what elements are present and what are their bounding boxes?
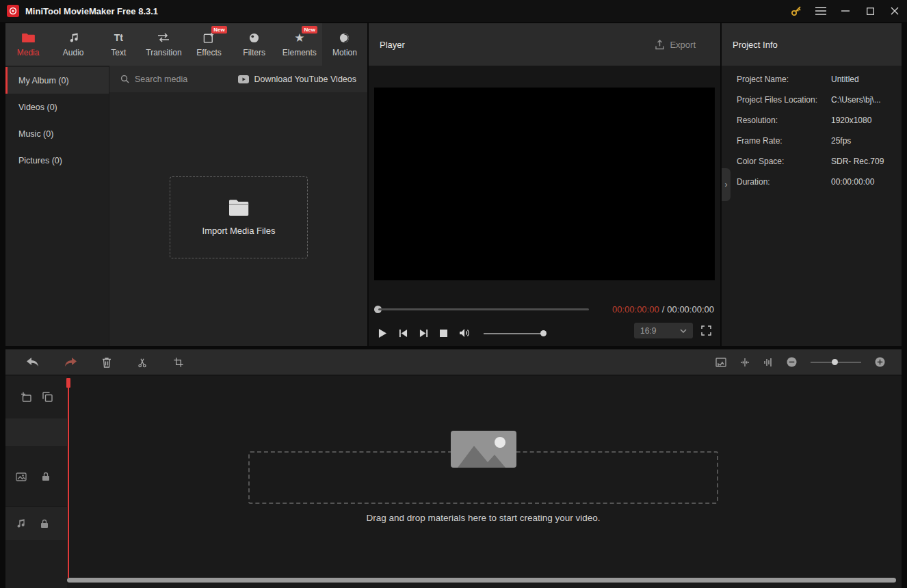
drop-hint-text: Drag and drop materials here to start cr…	[248, 513, 718, 523]
player-panel: Player Export 00:00:00:00/00:00:00:00	[369, 23, 720, 346]
youtube-icon	[238, 75, 249, 83]
playhead[interactable]	[68, 378, 69, 578]
volume-slider-handle[interactable]	[540, 330, 547, 336]
playhead-handle[interactable]	[66, 378, 70, 388]
tab-audio[interactable]: Audio	[51, 23, 96, 66]
music-track-lock-icon[interactable]	[40, 519, 49, 529]
close-button[interactable]	[882, 0, 907, 22]
tab-audio-label: Audio	[63, 48, 84, 57]
player-title: Player	[380, 40, 405, 50]
tab-effects[interactable]: New Effects	[187, 23, 232, 66]
time-separator: /	[662, 304, 665, 315]
waveform-icon[interactable]	[763, 358, 773, 367]
sidebar-item-my-album[interactable]: My Album (0)	[5, 67, 109, 94]
undo-button[interactable]	[27, 358, 39, 366]
media-folder-icon	[22, 31, 35, 44]
download-youtube-button[interactable]: Download YouTube Videos	[238, 75, 356, 84]
search-input[interactable]: Search media	[120, 75, 238, 84]
row-label: Duration:	[737, 177, 831, 187]
project-info-row: Project Files Location: C:\Users\bj\...	[737, 90, 897, 110]
minimize-button[interactable]	[833, 0, 858, 22]
row-label: Project Name:	[737, 75, 831, 84]
text-icon: Tt	[114, 31, 123, 44]
previous-frame-button[interactable]	[399, 329, 408, 338]
video-track-icon	[16, 472, 27, 481]
image-placeholder-icon	[451, 431, 516, 468]
library-panel: Media Audio Tt Text Transition New	[5, 23, 367, 346]
tab-elements[interactable]: New ★ Elements	[277, 23, 322, 66]
export-button[interactable]: Export	[655, 40, 696, 50]
project-info-header: Project Info	[722, 23, 902, 66]
row-value: 25fps	[831, 136, 851, 146]
row-label: Resolution:	[737, 116, 831, 125]
zoom-fit-icon[interactable]	[715, 358, 726, 367]
timeline-zoom-slider[interactable]	[811, 358, 861, 366]
row-label: Color Space:	[737, 157, 831, 166]
tab-media[interactable]: Media	[5, 23, 51, 66]
app-logo-icon	[7, 5, 19, 17]
time-display: 00:00:00:00/00:00:00:00	[612, 304, 714, 315]
sidebar-item-label: Pictures (0)	[18, 156, 62, 165]
sidebar-item-pictures[interactable]: Pictures (0)	[5, 147, 109, 174]
volume-slider[interactable]	[484, 330, 547, 337]
sidebar-item-music[interactable]: Music (0)	[5, 120, 109, 147]
total-time: 00:00:00:00	[667, 304, 714, 315]
sidebar-item-videos[interactable]: Videos (0)	[5, 94, 109, 120]
video-track-header	[5, 446, 67, 506]
video-track-lock-icon[interactable]	[42, 472, 50, 481]
player-header: Player Export	[369, 23, 720, 66]
add-clip-icon[interactable]	[21, 392, 31, 402]
stop-button[interactable]	[440, 330, 447, 337]
license-key-icon[interactable]	[784, 0, 809, 22]
zoom-out-button[interactable]	[787, 357, 797, 367]
project-info-row: Color Space: SDR- Rec.709	[737, 151, 897, 172]
export-icon	[655, 40, 665, 50]
search-placeholder: Search media	[135, 75, 187, 84]
row-label: Project Files Location:	[737, 95, 831, 105]
zoom-slider-handle[interactable]	[832, 359, 838, 365]
new-badge: New	[211, 26, 226, 34]
media-library-area: Search media Download YouTube Videos Imp…	[109, 66, 367, 346]
sidebar-item-label: Music (0)	[18, 129, 53, 139]
timeline: Drag and drop materials here to start cr…	[5, 375, 902, 588]
zoom-in-button[interactable]	[875, 357, 885, 367]
volume-icon[interactable]	[459, 328, 471, 338]
project-info-rows: Project Name: Untitled Project Files Loc…	[737, 69, 897, 192]
titlebar: MiniTool MovieMaker Free 8.3.1	[0, 0, 907, 22]
tab-transition-label: Transition	[146, 48, 181, 57]
music-track-icon	[16, 519, 25, 529]
sidebar-item-label: My Album (0)	[18, 76, 69, 85]
tab-text[interactable]: Tt Text	[96, 23, 141, 66]
redo-button[interactable]	[64, 358, 77, 366]
music-track-header	[5, 506, 67, 540]
tab-motion[interactable]: Motion	[322, 23, 367, 66]
row-value: SDR- Rec.709	[831, 157, 884, 166]
project-info-row: Frame Rate: 25fps	[737, 131, 897, 151]
fullscreen-icon[interactable]	[701, 325, 711, 336]
play-button[interactable]	[378, 328, 387, 338]
timeline-scrollbar[interactable]	[67, 578, 896, 583]
tab-transition[interactable]: Transition	[141, 23, 186, 66]
seek-bar[interactable]	[378, 308, 589, 310]
snap-icon[interactable]	[740, 358, 750, 367]
timeline-toolbar	[5, 349, 902, 375]
crop-button[interactable]	[173, 357, 184, 368]
collapse-panel-button[interactable]: ›	[722, 168, 731, 201]
playback-controls	[378, 324, 547, 342]
delete-button[interactable]	[102, 357, 111, 368]
track-add-row	[5, 375, 67, 418]
next-frame-button[interactable]	[419, 329, 428, 338]
copy-clip-icon[interactable]	[42, 392, 53, 402]
project-info-row: Resolution: 1920x1080	[737, 110, 897, 131]
menu-icon[interactable]	[809, 0, 833, 22]
row-value: 00:00:00:00	[831, 177, 874, 187]
split-scissors-button[interactable]	[137, 357, 148, 368]
tab-effects-label: Effects	[196, 48, 221, 57]
library-sidebar: My Album (0) Videos (0) Music (0) Pictur…	[5, 66, 109, 346]
tab-filters[interactable]: Filters	[232, 23, 277, 66]
import-media-button[interactable]: Import Media Files	[170, 176, 308, 258]
row-value: 1920x1080	[831, 116, 871, 125]
import-media-label: Import Media Files	[202, 226, 276, 236]
maximize-button[interactable]	[858, 0, 882, 22]
aspect-ratio-select[interactable]: 16:9	[634, 323, 693, 338]
